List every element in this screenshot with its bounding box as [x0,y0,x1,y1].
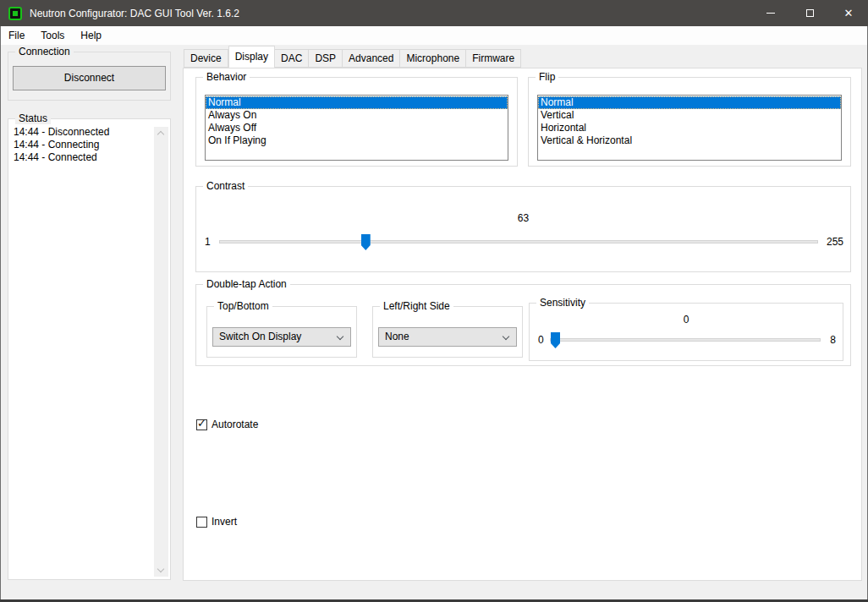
chevron-down-icon [337,333,343,340]
contrast-slider-thumb[interactable] [361,234,371,250]
contrast-group-label: Contrast [203,180,248,192]
menu-help[interactable]: Help [73,27,110,45]
contrast-slider[interactable] [219,234,818,250]
top-bottom-group-label: Top/Bottom [214,300,272,312]
tab-dac[interactable]: DAC [275,49,309,68]
status-entry: 14:44 - Connected [12,151,151,164]
sensitivity-min-label: 0 [538,332,544,348]
minimize-icon [766,13,775,14]
chevron-down-icon [503,333,509,340]
contrast-value: 63 [196,212,850,224]
sensitivity-value: 0 [530,314,843,326]
tab-device[interactable]: Device [184,49,228,68]
autorotate-checkbox-row[interactable]: ✓ Autorotate [196,419,258,430]
flip-option-vertical[interactable]: Vertical [538,109,841,122]
left-right-select[interactable]: None [378,327,517,347]
behavior-option-normal[interactable]: Normal [206,96,508,109]
menu-file[interactable]: File [1,27,33,45]
maximize-icon [806,9,814,17]
contrast-slider-track[interactable] [219,240,818,244]
autorotate-checkbox[interactable]: ✓ [196,419,207,430]
double-tap-group: Double-tap Action Top/Bottom Switch On D… [195,284,851,366]
tab-display[interactable]: Display [228,46,275,68]
behavior-option-always-off[interactable]: Always Off [206,122,508,134]
left-right-selected-value: None [385,331,409,342]
window-title: Neutron Configurator: DAC GUI Tool Ver. … [30,8,239,19]
left-right-group-label: Left/Right Side [380,300,453,312]
autorotate-label: Autorotate [212,419,258,430]
disconnect-button[interactable]: Disconnect [13,66,166,90]
top-bottom-group: Top/Bottom Switch On Display [206,306,357,358]
tab-advanced[interactable]: Advanced [343,49,400,68]
maximize-button[interactable] [790,0,829,26]
flip-group-label: Flip [536,71,558,83]
flip-option-vertical-horizontal[interactable]: Vertical & Horizontal [538,134,841,147]
status-entry: 14:44 - Connecting [12,139,151,151]
connection-group: Connection Disconnect [8,52,171,101]
top-bottom-select[interactable]: Switch On Display [212,327,351,347]
tab-dsp[interactable]: DSP [309,49,343,68]
status-group-label: Status [15,112,51,124]
display-tab-page: Behavior Normal Always On Always Off On … [183,68,862,581]
check-icon: ✓ [197,418,206,429]
app-window: Neutron Configurator: DAC GUI Tool Ver. … [0,0,868,602]
menu-tools[interactable]: Tools [33,27,73,45]
flip-group: Flip Normal Vertical Horizontal Vertical… [528,77,851,167]
sensitivity-group-label: Sensitivity [536,297,589,309]
contrast-group: Contrast 63 1 255 [195,186,851,272]
behavior-group: Behavior Normal Always On Always Off On … [195,77,518,167]
scroll-down-icon[interactable] [154,562,168,577]
status-group: Status 14:44 - Disconnected 14:44 - Conn… [8,118,171,580]
invert-checkbox-row[interactable]: ✓ Invert [196,516,237,528]
status-entry: 14:44 - Disconnected [12,126,151,139]
sensitivity-max-label: 8 [830,332,836,348]
flip-option-normal[interactable]: Normal [538,96,841,109]
behavior-option-on-if-playing[interactable]: On If Playing [206,134,508,147]
window-controls: ✕ [751,0,868,26]
behavior-option-always-on[interactable]: Always On [206,109,508,122]
menu-bar: File Tools Help [1,26,867,45]
status-log-list[interactable]: 14:44 - Disconnected 14:44 - Connecting … [12,126,151,576]
scroll-up-icon[interactable] [154,127,168,141]
top-bottom-selected-value: Switch On Display [219,331,301,342]
double-tap-group-label: Double-tap Action [203,278,290,290]
sensitivity-group: Sensitivity 0 0 8 [529,303,843,361]
status-scrollbar[interactable] [154,127,168,577]
invert-label: Invert [212,516,237,528]
left-right-group: Left/Right Side None [372,306,523,358]
behavior-listbox: Normal Always On Always Off On If Playin… [205,95,508,161]
sensitivity-slider-thumb[interactable] [551,332,560,348]
tab-firmware[interactable]: Firmware [466,49,521,68]
app-chip-icon [8,7,22,20]
tab-strip: Device Display DAC DSP Advanced Micropho… [184,49,521,68]
tab-microphone[interactable]: Microphone [400,49,466,68]
minimize-button[interactable] [751,0,790,26]
contrast-min-label: 1 [205,234,211,250]
close-button[interactable]: ✕ [829,0,868,26]
contrast-max-label: 255 [827,234,843,250]
sensitivity-slider[interactable] [550,332,821,348]
close-icon: ✕ [844,8,854,19]
connection-group-label: Connection [15,46,74,57]
flip-listbox: Normal Vertical Horizontal Vertical & Ho… [537,95,842,161]
title-bar: Neutron Configurator: DAC GUI Tool Ver. … [0,0,868,26]
invert-checkbox[interactable]: ✓ [196,517,207,528]
flip-option-horizontal[interactable]: Horizontal [538,122,841,134]
behavior-group-label: Behavior [203,71,250,83]
sensitivity-slider-track[interactable] [550,338,821,342]
